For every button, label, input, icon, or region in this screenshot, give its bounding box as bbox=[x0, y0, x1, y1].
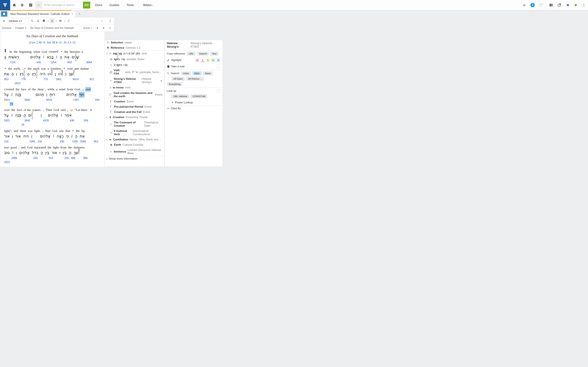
library-icon[interactable] bbox=[19, 2, 26, 8]
caret-down-icon[interactable] bbox=[56, 19, 57, 22]
cart-icon[interactable] bbox=[564, 2, 571, 8]
chevron-up-icon[interactable]: ⌃ bbox=[216, 89, 220, 93]
caret-down-icon[interactable] bbox=[47, 19, 49, 22]
reader-pane: Six Days of Creation and the Sabbath (Ge… bbox=[0, 32, 104, 167]
crumb-book[interactable]: Genesis bbox=[2, 26, 11, 30]
chevron-left-icon[interactable]: ‹ bbox=[89, 18, 94, 23]
selected-hebrew[interactable]: חף bbox=[79, 92, 85, 98]
ctx-root[interactable]: רחף rḥp tremble; flutter bbox=[104, 56, 164, 62]
swatch-red[interactable]: A bbox=[195, 58, 199, 62]
go-button[interactable]: GO bbox=[83, 2, 90, 8]
chip-everything[interactable]: Everything bbox=[167, 82, 182, 86]
swatch-yellow[interactable]: A bbox=[206, 58, 210, 62]
columns-icon[interactable] bbox=[58, 18, 63, 23]
ctx-strongs[interactable]: Strong’s Hebrew #7363 Hebrew Strong’s ▸ bbox=[104, 76, 164, 85]
notifications-badge[interactable]: 3 bbox=[529, 2, 536, 8]
arrow-down-icon[interactable] bbox=[101, 25, 106, 31]
close-icon[interactable]: × bbox=[107, 25, 112, 31]
swatch-blue[interactable]: A bbox=[216, 58, 220, 62]
verse-number[interactable]: 1 bbox=[4, 47, 7, 54]
parallel-icon[interactable]: // bbox=[66, 18, 71, 23]
ctx-event[interactable]: God creates the heavens and the earth Ev… bbox=[104, 91, 164, 99]
chip-url[interactable]: URL bbox=[187, 52, 196, 56]
selected-strongs[interactable]: 73 bbox=[10, 102, 13, 106]
rs-take-note[interactable]: Take a note ⌄ bbox=[164, 63, 223, 70]
caret-down-icon[interactable] bbox=[101, 19, 103, 22]
chevron-down-icon[interactable]: ⌄ bbox=[216, 65, 220, 68]
ctx-cultural[interactable]: EarthCultural Concept bbox=[104, 142, 164, 148]
hebrew-line: טוֹב1 וְאֱלֹהִים בדלהַ בֵּיןאוֹר וּבֵּין… bbox=[4, 150, 100, 156]
user-icon[interactable] bbox=[572, 2, 579, 8]
verse-4[interactable]: 4 bbox=[42, 130, 43, 133]
ctx-event[interactable]: CreationEvent bbox=[104, 99, 164, 104]
svg-rect-22 bbox=[43, 20, 45, 22]
ctx-lemma[interactable]: ▾ מְרַחֶ֖פֶת mᵉ∙rǎ∙ḥě′∙p̄ěṯ verb bbox=[104, 51, 164, 56]
chip-text[interactable]: Text bbox=[210, 52, 218, 56]
ctx-morph[interactable]: רחף 1 rḥp bbox=[104, 62, 164, 68]
brand-logo[interactable] bbox=[0, 0, 10, 10]
chip-all-resources[interactable]: All Resour… bbox=[186, 77, 204, 81]
layout-icon[interactable] bbox=[548, 2, 554, 8]
tab-active[interactable]: New Revised Standard Version: Catholic E… bbox=[8, 11, 75, 17]
search-input[interactable] bbox=[42, 2, 83, 8]
hebrew-aleph-icon[interactable]: א bbox=[50, 18, 55, 23]
sync-icon[interactable] bbox=[537, 2, 544, 8]
chip-search[interactable]: Search bbox=[197, 52, 209, 56]
svg-point-20 bbox=[37, 21, 38, 22]
chip-dbl-hebrew[interactable]: DBL Hebrew bbox=[172, 94, 189, 98]
swatch-under[interactable]: A bbox=[201, 58, 205, 62]
ctx-reference[interactable]: Reference Genesis 1:2 bbox=[104, 45, 164, 51]
context-panel: Selection swept Reference Genesis 1:2 ▾ … bbox=[104, 40, 164, 167]
hamburger-icon[interactable] bbox=[1, 18, 6, 23]
nav-tools[interactable]: Tools bbox=[123, 3, 138, 7]
ctx-sentence[interactable]: SentenceLexham Discourse Hebrew Bible bbox=[104, 148, 164, 156]
verse-2[interactable]: 2 bbox=[22, 68, 23, 71]
tab-bar: New Revised Standard Version: Catholic E… bbox=[0, 11, 588, 17]
ctx-sense[interactable]: α to hover verb bbox=[104, 85, 164, 91]
ctx-vbr[interactable]: @ VbR-FSA verb, Piʿʿēl, participle, femi… bbox=[104, 68, 164, 76]
kebab-menu-icon[interactable] bbox=[580, 2, 587, 8]
nav-docs[interactable]: Docs bbox=[92, 3, 106, 7]
close-icon[interactable]: × bbox=[71, 12, 73, 16]
crumb-section[interactable]: Six Days of Creation and the Sabbath bbox=[30, 26, 74, 30]
chip-basic[interactable]: Basic bbox=[203, 71, 213, 75]
chevron-right-icon[interactable]: › bbox=[95, 18, 100, 23]
chip-cdwgthb[interactable]: CDWGTHB bbox=[190, 94, 207, 98]
swatch-green[interactable]: A bbox=[211, 58, 215, 62]
chevrons-down-icon[interactable] bbox=[521, 2, 528, 8]
checkbox-icon[interactable] bbox=[27, 2, 34, 8]
ctx-show-more[interactable]: ▸ Show more information bbox=[104, 156, 164, 161]
new-tab-button[interactable]: + bbox=[77, 11, 82, 17]
nav-bibles[interactable]: Bibles bbox=[140, 3, 157, 7]
ctx-preaching[interactable]: ▸ CreationPreaching Theme bbox=[104, 115, 164, 120]
chip-inline[interactable]: Inline bbox=[181, 71, 191, 75]
check-dropdown-icon[interactable] bbox=[42, 18, 46, 23]
rs-cited-by[interactable]: Cited By bbox=[164, 106, 223, 111]
ctx-grammar[interactable]: II Guttural VerbGrammatical Construction… bbox=[104, 128, 164, 137]
resource-icon[interactable] bbox=[1, 11, 7, 17]
caret-down-icon[interactable] bbox=[64, 19, 65, 22]
chip-bible[interactable]: Bible bbox=[192, 71, 202, 75]
kebab-menu-icon[interactable] bbox=[108, 18, 113, 23]
footnote-a[interactable]: a bbox=[58, 50, 59, 52]
ctx-theological[interactable]: The Covenant of CreationTheological Topi… bbox=[104, 120, 164, 128]
ctx-cantillation[interactable]: ▸ CantillationName: Tifha, Rank: King, T… bbox=[104, 137, 164, 142]
arrow-up-icon[interactable] bbox=[95, 25, 100, 31]
cluster-icon[interactable] bbox=[36, 18, 41, 23]
search-icon[interactable] bbox=[30, 18, 35, 23]
ctx-selection[interactable]: Selection swept bbox=[104, 40, 164, 45]
ctx-event[interactable]: Pre-patriarchal PeriodEvent bbox=[104, 104, 164, 109]
home-icon[interactable] bbox=[11, 2, 18, 8]
chip-all-open[interactable]: All Open bbox=[172, 77, 185, 81]
crumb-chapter[interactable]: Chapter 1 bbox=[15, 26, 26, 30]
verse-3[interactable]: 3 bbox=[43, 109, 44, 112]
svg-point-4 bbox=[38, 4, 39, 6]
footnote-b[interactable]: b bbox=[83, 89, 84, 92]
ctx-event[interactable]: Creation and the FallEvent bbox=[104, 109, 164, 115]
nav-guides[interactable]: Guides bbox=[106, 3, 123, 7]
reference-input[interactable] bbox=[7, 18, 29, 24]
rs-power-lookup[interactable]: Power Lookup bbox=[164, 100, 223, 106]
article-dropdown[interactable]: Article▾ bbox=[81, 25, 94, 31]
open-external-icon[interactable] bbox=[556, 2, 563, 8]
selected-word[interactable]: swe bbox=[85, 87, 91, 92]
